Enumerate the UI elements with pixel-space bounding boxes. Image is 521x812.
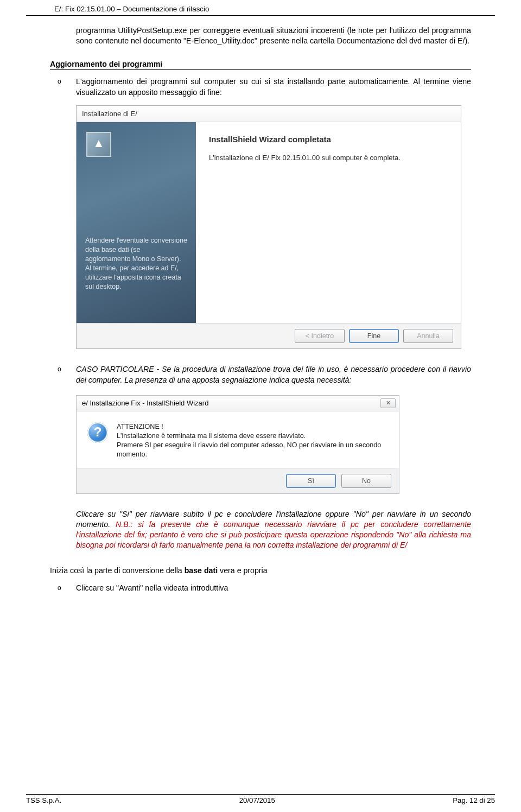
- no-button[interactable]: No: [341, 474, 391, 488]
- dialog-line1: ATTENZIONE !: [117, 422, 388, 432]
- wizard-title-text: Installazione di E/: [82, 110, 137, 118]
- dialog-text: ATTENZIONE ! L'installazione è terminata…: [117, 422, 388, 459]
- bullet-text-2: CASO PARTICOLARE - Se la procedura di in…: [76, 364, 471, 385]
- wizard-message: L'installazione di E/ Fix 02.15.01.00 su…: [209, 153, 446, 163]
- section-heading: Aggiornamento dei programmi: [50, 59, 471, 70]
- dialog-line2: L'installazione è terminata ma il sistem…: [117, 432, 388, 441]
- dialog-title-text: e/ Installazione Fix - InstallShield Wiz…: [82, 398, 208, 408]
- bullet-item-2: o CASO PARTICOLARE - Se la procedura di …: [58, 364, 471, 385]
- wizard-button-bar: < Indietro Fine Annulla: [77, 323, 461, 348]
- dialog-titlebar: e/ Installazione Fix - InstallShield Wiz…: [77, 396, 399, 411]
- base-dati-pre: Inizia così la parte di conversione dell…: [50, 566, 185, 575]
- bullet-text-3: Cliccare su "Avanti" nella videata intro…: [76, 583, 471, 593]
- dialog-line3: Premere SI per eseguire il riavvio del c…: [117, 441, 388, 459]
- header-title: E/: Fix 02.15.01.00 – Documentazione di …: [54, 5, 209, 13]
- after-dialog-paragraph: Cliccare su "Si" per riavviare subito il…: [76, 509, 471, 551]
- page-content: programma UtilityPostSetup.exe per corre…: [0, 16, 521, 593]
- cancel-button[interactable]: Annulla: [403, 329, 453, 343]
- installshield-logo-icon: [86, 132, 111, 157]
- restart-dialog-window: e/ Installazione Fix - InstallShield Wiz…: [76, 395, 399, 494]
- after-dialog-red: N.B.: si fa presente che è comunque nece…: [76, 520, 471, 549]
- wizard-heading: InstallShield Wizard completata: [209, 134, 446, 145]
- wizard-right-panel: InstallShield Wizard completata L'instal…: [196, 122, 461, 323]
- footer-left: TSS S.p.A.: [26, 796, 61, 805]
- back-button[interactable]: < Indietro: [295, 329, 345, 343]
- finish-button[interactable]: Fine: [349, 329, 399, 343]
- base-dati-post: vera e propria: [218, 566, 267, 575]
- bullet-marker: o: [58, 583, 76, 593]
- base-dati-bold: base dati: [185, 566, 218, 575]
- base-dati-paragraph: Inizia così la parte di conversione dell…: [50, 566, 471, 576]
- page-header: E/: Fix 02.15.01.00 – Documentazione di …: [26, 0, 495, 16]
- yes-button[interactable]: Sì: [286, 474, 336, 488]
- wizard-body: Attendere l'eventuale conversione della …: [77, 122, 461, 323]
- wizard-banner-message: Attendere l'eventuale conversione della …: [85, 236, 187, 291]
- wizard-titlebar: Installazione di E/: [77, 106, 461, 123]
- bullet-item-3: o Cliccare su "Avanti" nella videata int…: [58, 583, 471, 593]
- installshield-wizard-window: Installazione di E/ Attendere l'eventual…: [76, 105, 461, 350]
- page-footer: TSS S.p.A. 20/07/2015 Pag. 12 di 25: [26, 794, 495, 805]
- close-icon[interactable]: ✕: [380, 398, 396, 408]
- bullet-text-1: L'aggiornamento dei programmi sul comput…: [76, 77, 471, 97]
- bullet-marker: o: [58, 364, 76, 385]
- bullet-item-1: o L'aggiornamento dei programmi sul comp…: [58, 77, 471, 97]
- question-icon: ?: [87, 422, 108, 443]
- footer-center: 20/07/2015: [239, 796, 275, 805]
- footer-right: Pag. 12 di 25: [453, 796, 495, 805]
- intro-paragraph: programma UtilityPostSetup.exe per corre…: [76, 26, 471, 46]
- dialog-body: ? ATTENZIONE ! L'installazione è termina…: [77, 411, 399, 468]
- bullet-marker: o: [58, 77, 76, 97]
- wizard-banner: Attendere l'eventuale conversione della …: [77, 122, 196, 323]
- dialog-button-bar: Sì No: [77, 468, 399, 493]
